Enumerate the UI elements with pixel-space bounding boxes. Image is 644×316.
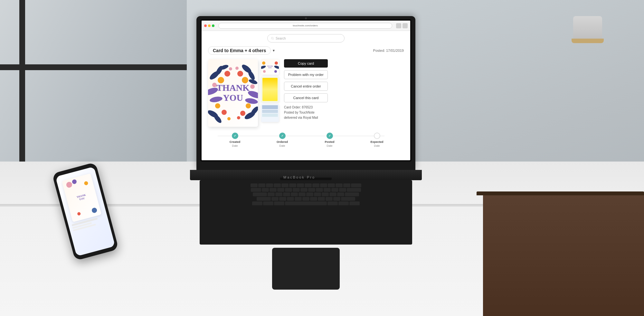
key[interactable] (293, 188, 300, 192)
laptop-screen: touchnote.com/orders (202, 21, 410, 160)
key[interactable] (266, 183, 273, 187)
key[interactable] (275, 192, 282, 196)
key[interactable] (274, 201, 284, 205)
card-thank-you-design: THANKYOU (208, 59, 258, 127)
chevron-down-icon[interactable]: ▾ (273, 48, 275, 53)
svg-point-16 (218, 77, 224, 83)
key[interactable] (279, 197, 286, 201)
svg-point-19 (246, 103, 251, 108)
key[interactable] (302, 197, 309, 201)
card-thumb-3[interactable] (261, 104, 279, 122)
key[interactable] (351, 183, 361, 187)
problem-order-button[interactable]: Problem with my order (284, 70, 328, 79)
key[interactable] (322, 192, 329, 196)
order-number-label: Card Order: (284, 106, 301, 109)
key[interactable] (274, 183, 281, 187)
key[interactable] (262, 188, 269, 192)
key[interactable] (277, 188, 284, 192)
key[interactable] (333, 197, 340, 201)
thumb-3-line-2 (262, 110, 278, 113)
copy-card-button[interactable]: Copy card (284, 59, 328, 68)
key[interactable] (283, 192, 290, 196)
key[interactable] (345, 192, 359, 196)
key[interactable] (285, 188, 292, 192)
macbook-label: MacBook Pro (283, 175, 315, 179)
key[interactable] (310, 197, 317, 201)
browser-address-bar[interactable]: touchnote.com/orders (218, 23, 392, 29)
timeline-dot-ordered: ✓ (279, 133, 286, 139)
laptop-screen-outer: touchnote.com/orders (196, 16, 415, 171)
key[interactable] (341, 197, 355, 201)
key[interactable] (295, 197, 302, 201)
browser-share-icon[interactable] (396, 23, 401, 28)
key[interactable] (252, 201, 262, 205)
svg-point-20 (224, 71, 230, 77)
key[interactable] (338, 201, 349, 205)
delivered-via-line: delivered via Royal Mail (284, 115, 328, 120)
key[interactable] (337, 192, 344, 196)
key[interactable] (258, 183, 265, 187)
svg-point-21 (237, 71, 243, 77)
key[interactable] (343, 183, 350, 187)
key[interactable] (298, 192, 306, 196)
key[interactable] (327, 201, 338, 205)
key[interactable] (251, 188, 261, 192)
key[interactable] (263, 201, 273, 205)
key[interactable] (306, 192, 313, 196)
card-thumb-2[interactable] (261, 77, 279, 102)
laptop: touchnote.com/orders (190, 16, 422, 280)
timeline-posted: ✓ PostedDate (306, 133, 353, 148)
browser-minimize-dot[interactable] (208, 24, 211, 27)
key[interactable] (281, 183, 289, 187)
key[interactable] (331, 188, 338, 192)
key[interactable] (316, 188, 323, 192)
svg-point-33 (274, 65, 279, 70)
card-main-image[interactable]: THANKYOU (208, 59, 258, 127)
key[interactable] (270, 188, 277, 192)
browser-close-dot[interactable] (204, 24, 207, 27)
mini-card-text: THANKYOU (76, 194, 87, 202)
laptop-trackpad[interactable] (272, 248, 340, 290)
key[interactable] (312, 183, 319, 187)
cancel-entire-order-button[interactable]: Cancel entire order (284, 82, 328, 91)
key[interactable] (328, 183, 335, 187)
key[interactable] (300, 188, 308, 192)
plant (573, 16, 602, 42)
key[interactable] (271, 197, 279, 201)
spacebar-key[interactable] (285, 201, 327, 205)
thumb-3-preview (261, 104, 279, 122)
search-input-wrap[interactable]: Search (267, 34, 345, 42)
key[interactable] (324, 188, 331, 192)
thumb-1-text: THANKYOU (267, 65, 273, 69)
key[interactable] (297, 183, 304, 187)
order-title[interactable]: Card to Emma + 4 others (208, 46, 271, 55)
key[interactable] (251, 183, 258, 187)
key[interactable] (287, 197, 294, 201)
key[interactable] (268, 192, 275, 196)
cancel-card-button[interactable]: Cancel this card (284, 93, 328, 102)
keyboard-row-2 (206, 188, 406, 192)
key[interactable] (289, 183, 296, 187)
browser-icons (396, 23, 408, 28)
key[interactable] (347, 188, 361, 192)
browser-maximize-dot[interactable] (212, 24, 214, 27)
timeline-check-posted: ✓ (328, 134, 331, 137)
key[interactable] (291, 192, 298, 196)
key[interactable] (336, 183, 343, 187)
key[interactable] (253, 192, 267, 196)
key[interactable] (314, 192, 321, 196)
svg-point-26 (229, 67, 232, 70)
card-thumb-1[interactable]: THANKYOU (261, 59, 279, 75)
key[interactable] (326, 197, 333, 201)
key[interactable] (349, 201, 360, 205)
key[interactable] (329, 192, 336, 196)
key[interactable] (318, 197, 325, 201)
key[interactable] (305, 183, 312, 187)
key[interactable] (257, 197, 271, 201)
key[interactable] (339, 188, 346, 192)
key[interactable] (308, 188, 315, 192)
key[interactable] (320, 183, 327, 187)
browser-menu-icon[interactable] (402, 23, 408, 28)
order-number-value: 876523 (302, 106, 313, 109)
order-number-line: Card Order: 876523 (284, 105, 328, 110)
